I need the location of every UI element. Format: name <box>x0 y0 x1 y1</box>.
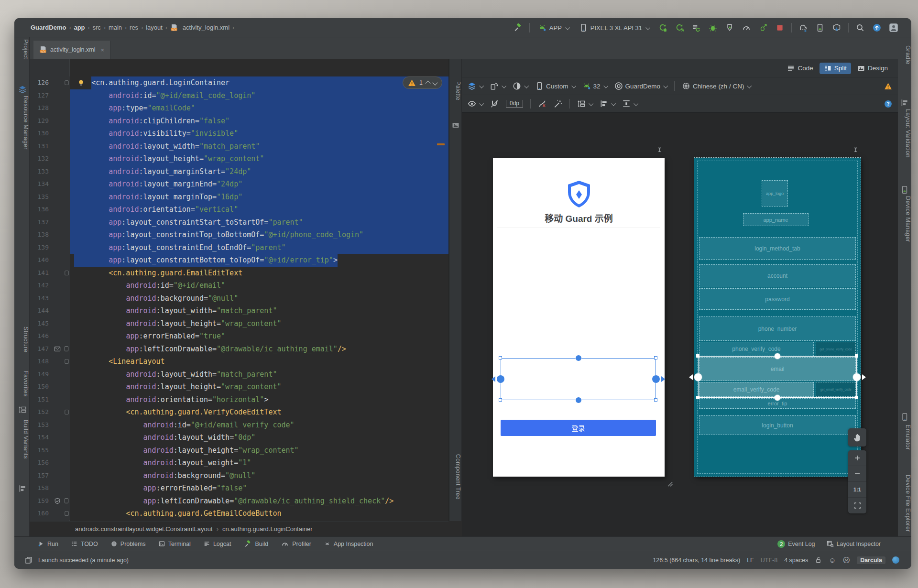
tool-window-button-build[interactable]: Build <box>243 540 268 548</box>
sidebar-item-favorites[interactable]: Favorites <box>14 370 29 397</box>
theme-selector[interactable]: GuardDemo <box>614 82 667 90</box>
code-line-144[interactable]: 144 android:layout_width="match_parent" <box>30 305 448 317</box>
code-line-135[interactable]: 135 android:layout_marginTop="16dp" <box>30 191 448 204</box>
run-configuration-dropdown[interactable]: APP <box>536 22 571 33</box>
tool-window-button-profiler[interactable]: Profiler <box>281 540 311 548</box>
code-line-140[interactable]: 140 app:layout_constraintBottom_toTopOf=… <box>30 254 448 267</box>
resize-handle-corner[interactable] <box>855 396 858 399</box>
code-line-126[interactable]: 126 <cn.authing.guard.LoginContainer <box>30 76 448 89</box>
theme-name[interactable]: Darcula <box>857 556 885 564</box>
code-line-131[interactable]: 131 android:layout_width="match_parent" <box>30 140 448 153</box>
code-line-160[interactable]: 160 <cn.authing.guard.GetEmailCodeButton <box>30 507 448 520</box>
selected-component-blueprint[interactable] <box>698 356 857 398</box>
tool-window-button-logcat[interactable]: Logcat <box>203 540 231 548</box>
blueprint-box-login_button[interactable]: login_button <box>699 415 856 435</box>
resize-handle-corner[interactable] <box>696 396 699 399</box>
code-line-138[interactable]: 138 app:layout_constraintTop_toBottomOf=… <box>30 229 448 241</box>
code-line-153[interactable]: 153 android:id="@+id/email_verify_code" <box>30 419 448 432</box>
code-line-157[interactable]: 157 android:background="@null" <box>30 469 448 482</box>
zoom-out-button[interactable] <box>848 466 866 482</box>
resize-handle-corner[interactable] <box>499 356 502 359</box>
code-line-136[interactable]: 136 android:orientation="vertical" <box>30 203 448 216</box>
clear-constraints-button[interactable] <box>538 99 546 108</box>
code-line-159[interactable]: 159 app:leftIconDrawable="@drawable/ic_a… <box>30 495 448 508</box>
apply-code-changes-icon[interactable] <box>691 22 701 33</box>
align-selector[interactable] <box>600 99 615 108</box>
code-line-151[interactable]: 151 android:orientation="horizontal"> <box>30 393 448 406</box>
fold-marker-icon[interactable] <box>63 343 70 356</box>
code-line-155[interactable]: 155 android:layout_height="wrap_content" <box>30 444 448 457</box>
code-line-152[interactable]: 152 <cn.authing.guard.VerifyCodeEditText <box>30 406 448 419</box>
profile-low-overhead-icon[interactable] <box>758 22 768 33</box>
blueprint-box-account[interactable]: account <box>699 264 856 287</box>
component-tree-tab[interactable]: Component Tree <box>449 454 461 500</box>
apply-changes-restart-icon[interactable]: A <box>674 22 685 33</box>
blueprint-box-phone_number[interactable]: phone_number <box>699 316 856 341</box>
fold-marker-icon[interactable] <box>63 267 70 280</box>
tool-window-icon[interactable] <box>900 98 909 107</box>
tool-window-button-todo[interactable]: TODO <box>71 540 98 548</box>
code-line-142[interactable]: 142 android:id="@+id/email" <box>30 279 448 292</box>
breadcrumb-item-res[interactable]: res <box>130 24 138 31</box>
blueprint-box-app_name[interactable]: app_name <box>743 213 809 226</box>
constraint-anchor[interactable] <box>652 375 660 383</box>
search-everywhere-icon[interactable] <box>855 22 865 33</box>
sidebar-item-emulator[interactable]: Emulator <box>896 425 911 450</box>
device-preview-blueprint[interactable]: app_logoapp_namelogin_method_tabaccountp… <box>694 158 861 477</box>
tab-activity-login-xml[interactable]: </> activity_login.xml × <box>33 41 110 59</box>
code-line-127[interactable]: 127 android:id="@+id/email_code_login" <box>30 89 448 102</box>
pan-hand-button[interactable] <box>848 428 866 446</box>
mode-split-button[interactable]: Split <box>820 63 851 74</box>
sidebar-item-layout-validation[interactable]: Layout Validation <box>896 109 911 158</box>
tool-window-button-terminal[interactable]: Terminal <box>158 540 191 548</box>
xml-breadcrumb-item[interactable]: androidx.constraintlayout.widget.Constra… <box>75 525 213 533</box>
tool-window-icon[interactable] <box>900 413 909 421</box>
login-button-preview[interactable]: 登录 <box>501 420 656 436</box>
breadcrumb-item-activity-login-xml[interactable]: activity_login.xml <box>183 24 230 31</box>
next-problem-icon[interactable] <box>432 80 437 85</box>
sdk-manager-icon[interactable] <box>831 22 842 33</box>
xml-breadcrumb-bar[interactable]: androidx.constraintlayout.widget.Constra… <box>30 521 448 536</box>
locale-selector[interactable]: Chinese (zh / CN) <box>682 82 751 90</box>
code-line-147[interactable]: 147 app:leftIconDrawable="@drawable/ic_a… <box>30 343 448 356</box>
sidebar-item-structure[interactable]: Structure <box>14 327 29 352</box>
device-preview-design[interactable]: 移动 Guard 示例 登录 <box>493 158 665 477</box>
default-margin-selector[interactable]: 0dp <box>506 100 523 108</box>
ide-notification-icon[interactable] <box>892 556 899 564</box>
debug-icon[interactable] <box>708 22 718 33</box>
constraint-anchor[interactable] <box>853 373 861 381</box>
code-line-150[interactable]: 150 android:layout_height="wrap_content" <box>30 381 448 393</box>
constraint-anchor[interactable] <box>497 375 504 383</box>
constraint-anchor[interactable] <box>576 355 581 361</box>
resize-handle-corner[interactable] <box>696 354 699 358</box>
pack-selector[interactable] <box>577 99 592 108</box>
tool-window-button-run[interactable]: Run <box>37 540 58 548</box>
indent-style[interactable]: 4 spaces <box>784 557 808 564</box>
code-line-154[interactable]: 154 android:layout_width="0dp" <box>30 431 448 444</box>
code-line-143[interactable]: 143 android:background="@null" <box>30 292 448 305</box>
code-line-146[interactable]: 146 app:errorEnabled="true" <box>30 330 448 343</box>
night-mode-selector[interactable] <box>513 82 528 90</box>
breadcrumb-item-layout[interactable]: layout <box>146 24 163 31</box>
inspection-widget[interactable]: 1 <box>403 76 442 89</box>
code-editor[interactable]: 126 <cn.authing.guard.LoginContainer127 … <box>30 59 448 521</box>
blueprint-box-phone_verify_code[interactable]: phone_verify_code <box>699 342 814 356</box>
zoom-to-fit-button[interactable] <box>848 498 866 513</box>
line-separator[interactable]: LF <box>747 557 754 564</box>
code-line-156[interactable]: 156 android:layout_weight="1" <box>30 457 448 469</box>
blueprint-box-password[interactable]: password <box>699 288 856 310</box>
lock-icon[interactable] <box>815 556 822 564</box>
breadcrumb-item-src[interactable]: src <box>93 24 101 31</box>
resize-grip-icon[interactable] <box>665 479 673 489</box>
device-selector[interactable]: Custom <box>535 82 575 90</box>
run-icon[interactable] <box>657 22 668 33</box>
sidebar-item-gradle[interactable]: Gradle <box>896 45 911 65</box>
code-line-145[interactable]: 145 android:layout_height="wrap_content" <box>30 317 448 330</box>
happy-face-icon[interactable]: ☺ <box>829 556 836 564</box>
constraint-anchor[interactable] <box>775 353 780 359</box>
design-surface-selector[interactable] <box>468 82 483 90</box>
autoconnect-toggle[interactable] <box>490 99 499 108</box>
code-line-132[interactable]: 132 android:layout_height="wrap_content" <box>30 152 448 165</box>
tool-window-button-layout-inspector[interactable]: Layout Inspector <box>827 540 881 548</box>
orientation-selector[interactable] <box>490 82 505 90</box>
